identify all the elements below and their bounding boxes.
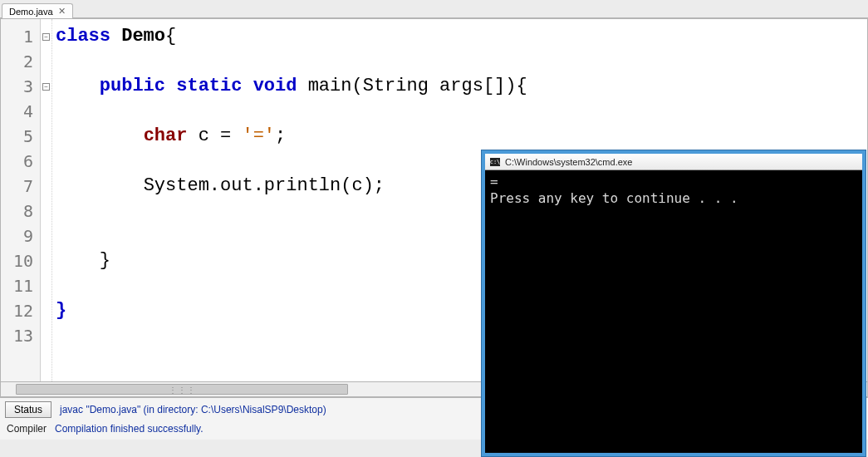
fold-marker[interactable]: [41, 273, 51, 298]
file-tab-demo[interactable]: Demo.java ✕: [2, 3, 73, 18]
fold-marker[interactable]: −: [41, 24, 51, 49]
line-number: 7: [1, 174, 40, 199]
scrollbar-thumb[interactable]: ⋮⋮⋮: [16, 384, 348, 395]
fold-marker[interactable]: [41, 248, 51, 273]
fold-marker[interactable]: [41, 199, 51, 224]
fold-marker[interactable]: [41, 298, 51, 323]
fold-marker[interactable]: [41, 124, 51, 149]
line-number-gutter: 12345678910111213: [1, 19, 41, 381]
code-line: [56, 49, 867, 74]
close-icon[interactable]: ✕: [58, 6, 66, 17]
line-number: 3: [1, 74, 40, 99]
cmd-icon: c:\: [490, 158, 500, 166]
line-number: 4: [1, 99, 40, 124]
line-number: 8: [1, 199, 40, 224]
line-number: 2: [1, 49, 40, 74]
line-number: 1: [1, 24, 40, 49]
line-number: 11: [1, 273, 40, 298]
code-line: char c = '=';: [56, 124, 867, 149]
tab-bar: Demo.java ✕: [0, 0, 868, 18]
cmd-window[interactable]: c:\ C:\Windows\system32\cmd.exe = Press …: [482, 150, 866, 456]
code-line: class Demo{: [56, 24, 867, 49]
cmd-title-text: C:\Windows\system32\cmd.exe: [505, 157, 632, 167]
compiler-label: Compiler: [5, 423, 47, 435]
cmd-output: = Press any key to continue . . .: [485, 170, 862, 210]
fold-marker[interactable]: [41, 323, 51, 348]
fold-marker[interactable]: [41, 49, 51, 74]
line-number: 13: [1, 323, 40, 348]
code-line: [56, 99, 867, 124]
cmd-titlebar[interactable]: c:\ C:\Windows\system32\cmd.exe: [485, 154, 862, 170]
status-button[interactable]: Status: [5, 401, 51, 418]
code-line: public static void main(String args[]){: [56, 74, 867, 99]
line-number: 6: [1, 149, 40, 174]
fold-marker[interactable]: [41, 99, 51, 124]
tab-filename: Demo.java: [9, 7, 53, 17]
line-number: 12: [1, 298, 40, 323]
line-number: 10: [1, 248, 40, 273]
fold-gutter: −−: [41, 19, 52, 381]
compile-result-text: Compilation finished successfully.: [55, 423, 204, 435]
line-number: 9: [1, 224, 40, 248]
fold-marker[interactable]: [41, 149, 51, 174]
fold-marker[interactable]: [41, 174, 51, 199]
fold-marker[interactable]: −: [41, 74, 51, 99]
line-number: 5: [1, 124, 40, 149]
fold-marker[interactable]: [41, 224, 51, 248]
compile-command-text: javac "Demo.java" (in directory: C:\User…: [60, 404, 326, 415]
